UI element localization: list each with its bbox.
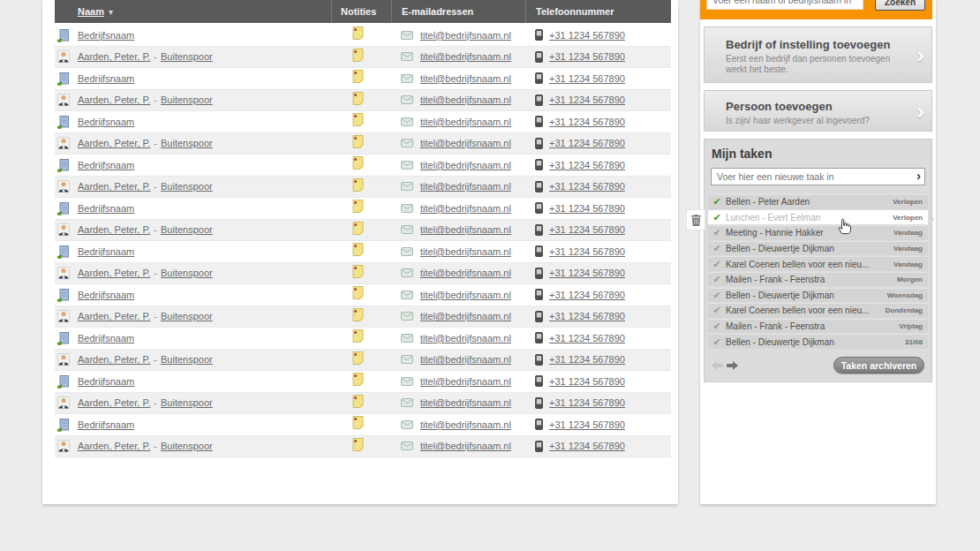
email-link[interactable]: titel@bedrijfsnaam.nl — [420, 441, 511, 451]
phone-link[interactable]: +31 1234 567890 — [549, 354, 625, 365]
delete-task-button[interactable] — [686, 209, 705, 230]
task-row[interactable]: ✔ Bellen - Dieuwertje Dijkman 31/08 › — [708, 334, 928, 349]
phone-link[interactable]: +31 1234 567890 — [549, 117, 625, 127]
task-row[interactable]: ✔ Bellen - Peter Aarden Verlopen › — [708, 194, 928, 209]
tasks-next-page-arrow-icon[interactable] — [727, 360, 739, 371]
column-header-naam[interactable]: Naam ▾ — [55, 0, 331, 23]
phone-link[interactable]: +31 1234 567890 — [549, 333, 625, 343]
person-name-link[interactable]: Aarden, Peter, P. — [78, 354, 150, 365]
phone-link[interactable]: +31 1234 567890 — [549, 51, 625, 62]
note-icon[interactable] — [352, 416, 364, 433]
add-person-panel[interactable]: Persoon toevoegen Is zijn/ haar werkgeve… — [704, 90, 932, 132]
task-check-icon[interactable]: ✔ — [708, 212, 726, 223]
company-name-link[interactable]: Bedrijfsnaam — [78, 290, 134, 300]
email-link[interactable]: titel@bedrijfsnaam.nl — [420, 160, 511, 170]
task-check-icon[interactable]: ✔ — [708, 321, 726, 332]
table-row-company[interactable]: Bedrijfsnaam titel@ — [55, 111, 671, 133]
email-link[interactable]: titel@bedrijfsnaam.nl — [420, 311, 511, 321]
column-header-emailadressen[interactable]: E-mailadressen — [391, 0, 525, 23]
person-name-link[interactable]: Aarden, Peter, P. — [78, 397, 150, 408]
table-row-company[interactable]: Bedrijfsnaam titel@ — [55, 68, 671, 90]
person-name-link[interactable]: Aarden, Peter, P. — [78, 94, 150, 105]
column-header-notities[interactable]: Notities — [331, 0, 391, 23]
task-row[interactable]: ✔ Meeting - Hannie Hakker Vandaag › — [708, 225, 928, 240]
email-link[interactable]: titel@bedrijfsnaam.nl — [420, 51, 511, 62]
email-link[interactable]: titel@bedrijfsnaam.nl — [420, 203, 511, 214]
table-row-person[interactable]: Aarden, Peter, P. - Buitenspoor — [55, 436, 671, 458]
phone-link[interactable]: +31 1234 567890 — [549, 160, 625, 170]
task-check-icon[interactable]: ✔ — [708, 227, 726, 238]
table-row-person[interactable]: Aarden, Peter, P. - Buitenspoor — [55, 220, 671, 242]
table-row-company[interactable]: Bedrijfsnaam titel@ — [55, 155, 671, 177]
email-link[interactable]: titel@bedrijfsnaam.nl — [420, 224, 511, 235]
phone-link[interactable]: +31 1234 567890 — [549, 138, 625, 148]
phone-link[interactable]: +31 1234 567890 — [549, 203, 625, 214]
person-name-link[interactable]: Aarden, Peter, P. — [78, 51, 150, 62]
note-icon[interactable] — [352, 135, 364, 152]
column-header-naam-label[interactable]: Naam — [78, 6, 104, 17]
table-row-person[interactable]: Aarden, Peter, P. - Buitenspoor — [55, 393, 671, 415]
table-row-company[interactable]: Bedrijfsnaam titel@ — [55, 328, 671, 350]
company-name-link[interactable]: Bedrijfsnaam — [78, 117, 134, 127]
table-row-company[interactable]: Bedrijfsnaam titel@ — [55, 284, 671, 306]
email-link[interactable]: titel@bedrijfsnaam.nl — [420, 354, 511, 365]
table-row-company[interactable]: Bedrijfsnaam titel@ — [55, 414, 671, 436]
email-link[interactable]: titel@bedrijfsnaam.nl — [420, 117, 511, 127]
phone-link[interactable]: +31 1234 567890 — [549, 246, 625, 257]
search-button[interactable]: Zoeken — [875, 0, 925, 11]
person-company-link[interactable]: Buitenspoor — [161, 441, 213, 451]
person-company-link[interactable]: Buitenspoor — [161, 224, 213, 235]
note-icon[interactable] — [352, 70, 364, 87]
email-link[interactable]: titel@bedrijfsnaam.nl — [420, 73, 511, 84]
person-company-link[interactable]: Buitenspoor — [161, 397, 213, 408]
note-icon[interactable] — [352, 243, 364, 260]
tasks-prev-page-arrow-icon[interactable] — [711, 360, 723, 371]
email-link[interactable]: titel@bedrijfsnaam.nl — [420, 246, 511, 257]
person-company-link[interactable]: Buitenspoor — [161, 51, 213, 62]
company-name-link[interactable]: Bedrijfsnaam — [78, 73, 134, 84]
person-company-link[interactable]: Buitenspoor — [161, 181, 213, 192]
note-icon[interactable] — [352, 438, 364, 455]
phone-link[interactable]: +31 1234 567890 — [549, 73, 625, 84]
new-task-input[interactable] — [712, 169, 906, 185]
person-name-link[interactable]: Aarden, Peter, P. — [78, 181, 150, 192]
email-link[interactable]: titel@bedrijfsnaam.nl — [420, 419, 511, 430]
email-link[interactable]: titel@bedrijfsnaam.nl — [420, 94, 511, 105]
phone-link[interactable]: +31 1234 567890 — [549, 376, 625, 387]
task-check-icon[interactable]: ✔ — [708, 196, 726, 208]
note-icon[interactable] — [352, 178, 364, 195]
note-icon[interactable] — [352, 308, 364, 325]
add-task-arrow-icon[interactable]: › — [916, 168, 921, 183]
phone-link[interactable]: +31 1234 567890 — [549, 181, 625, 192]
table-row-company[interactable]: Bedrijfsnaam titel@ — [55, 241, 671, 263]
person-company-link[interactable]: Buitenspoor — [161, 354, 213, 365]
task-row[interactable]: ✔ Bellen - Dieuwertje Dijkman Vandaag › — [708, 241, 928, 256]
phone-link[interactable]: +31 1234 567890 — [549, 419, 625, 430]
email-link[interactable]: titel@bedrijfsnaam.nl — [420, 333, 511, 343]
person-name-link[interactable]: Aarden, Peter, P. — [78, 441, 150, 451]
add-company-panel[interactable]: Bedrijf of instelling toevoegen Eerst ee… — [704, 26, 932, 83]
company-name-link[interactable]: Bedrijfsnaam — [78, 376, 134, 387]
note-icon[interactable] — [352, 373, 364, 389]
note-icon[interactable] — [352, 222, 364, 238]
phone-link[interactable]: +31 1234 567890 — [549, 397, 625, 408]
company-name-link[interactable]: Bedrijfsnaam — [78, 246, 134, 257]
search-input[interactable] — [706, 0, 863, 10]
note-icon[interactable] — [352, 26, 364, 43]
person-company-link[interactable]: Buitenspoor — [161, 138, 213, 148]
table-row-person[interactable]: Aarden, Peter, P. - Buitenspoor — [55, 47, 671, 69]
column-header-telefoonnummer[interactable]: Telefoonnummer — [525, 0, 671, 23]
email-link[interactable]: titel@bedrijfsnaam.nl — [420, 268, 511, 278]
note-icon[interactable] — [352, 156, 364, 173]
company-name-link[interactable]: Bedrijfsnaam — [78, 203, 134, 214]
company-name-link[interactable]: Bedrijfsnaam — [78, 333, 134, 343]
phone-link[interactable]: +31 1234 567890 — [549, 441, 625, 451]
task-check-icon[interactable]: ✔ — [708, 290, 726, 301]
phone-link[interactable]: +31 1234 567890 — [549, 224, 625, 235]
note-icon[interactable] — [352, 329, 364, 346]
phone-link[interactable]: +31 1234 567890 — [549, 290, 625, 300]
task-row[interactable]: ✔ Karel Coenen bellen voor een nieu... V… — [708, 256, 928, 271]
person-name-link[interactable]: Aarden, Peter, P. — [78, 268, 150, 278]
phone-link[interactable]: +31 1234 567890 — [549, 311, 625, 321]
task-row[interactable]: ✔ Mailen - Frank - Feenstra Vrijdag › — [708, 319, 928, 334]
